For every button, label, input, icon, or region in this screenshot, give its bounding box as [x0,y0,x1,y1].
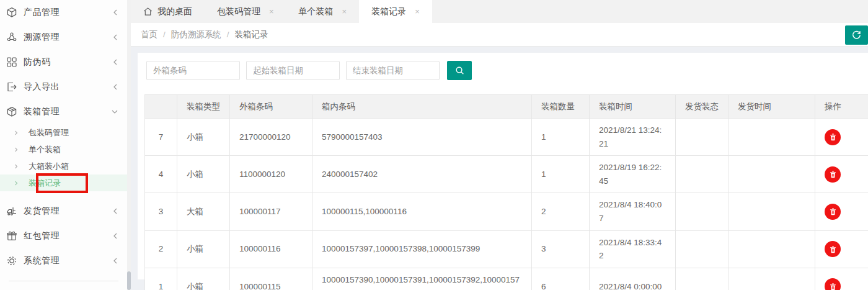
sidebar-subitem-package-code-mgmt[interactable]: 包装码管理 [0,124,127,141]
inner-barcodes: 10000157390,10000157391,10000157392,1000… [312,268,532,290]
packing-time: 2021/8/4 18:33:42 [590,230,676,268]
sidebar-subitem-single-packing[interactable]: 单个装箱 [0,141,127,158]
import-export-icon [6,81,17,93]
table-row: 2 小箱 100000116 10000157397,10000157398,1… [145,230,868,268]
outer-barcode-input[interactable] [146,61,240,80]
delete-button[interactable] [825,241,841,257]
trash-icon [829,133,837,141]
column-header-packing-time: 装箱时间 [590,95,676,119]
ship-status [676,268,728,290]
home-icon [143,7,153,16]
close-icon[interactable]: × [415,7,420,16]
box-type: 小箱 [177,119,230,156]
actions-cell [815,156,868,193]
column-header-ship-time: 发货时间 [728,95,815,119]
main-region: 我的桌面 包装码管理 × 单个装箱 × 装箱记录 × 首页 / 防伪溯源系统 /… [131,0,868,290]
chevron-left-icon [112,58,118,66]
actions-cell [815,268,868,290]
trash-icon [829,245,837,253]
packing-records-card: 装箱类型 外箱条码 箱内条码 装箱数量 装箱时间 发货装态 发货时间 操作 7 … [138,53,868,279]
sidebar-item-shipping-mgmt[interactable]: 发货管理 [0,199,127,224]
trace-source-icon [6,32,17,43]
row-index: 3 [145,193,177,230]
sidebar-subitem-big-box-packing[interactable]: 大箱装小箱 [0,158,127,174]
sidebar-scrollbar[interactable] [127,0,131,290]
trash-icon [829,170,837,178]
box-type: 小箱 [177,268,230,290]
column-header-actions: 操作 [815,95,868,119]
gift-icon [6,230,17,242]
sidebar-item-system-mgmt[interactable]: 系统管理 [0,248,127,273]
sidebar-divider [9,281,118,281]
ship-time [728,230,815,268]
box-count: 1 [532,156,590,193]
breadcrumb-bar: 首页 / 防伪溯源系统 / 装箱记录 [131,23,868,47]
arrow-right-icon [14,130,19,136]
packing-time: 2021/8/21 13:24:21 [590,119,676,156]
product-box-icon [6,7,17,18]
tab-bar: 我的桌面 包装码管理 × 单个装箱 × 装箱记录 × [131,0,868,23]
packing-time: 2021/8/4 18:40:07 [590,193,676,230]
chevron-left-icon [112,232,118,240]
trash-icon [829,207,837,215]
breadcrumb-home[interactable]: 首页 [141,29,157,40]
packing-time: 2021/8/19 16:22:45 [590,156,676,193]
column-header-inner-barcodes: 箱内条码 [312,95,532,119]
refresh-button[interactable] [845,25,868,45]
chevron-left-icon [112,34,118,41]
search-button[interactable] [447,61,472,80]
ship-status [676,156,728,193]
tab-single-packing[interactable]: 单个装箱 × [286,0,360,23]
box-type: 小箱 [177,156,230,193]
tab-my-desktop[interactable]: 我的桌面 [131,0,205,23]
delete-button[interactable] [825,204,841,220]
tab-package-code-mgmt[interactable]: 包装码管理 × [205,0,286,23]
filter-row [138,53,868,80]
packing-records-table: 装箱类型 外箱条码 箱内条码 装箱数量 装箱时间 发货装态 发货时间 操作 7 … [144,94,868,290]
gear-icon [6,255,17,266]
chevron-left-icon [112,257,118,265]
sidebar-item-partial[interactable] [0,284,127,290]
ship-time [728,156,815,193]
box-type: 小箱 [177,230,230,268]
close-icon[interactable]: × [269,7,274,16]
inner-barcodes: 100000115,100000116 [312,193,532,230]
box-count: 3 [532,230,590,268]
sidebar-item-product-mgmt[interactable]: 产品管理 [0,0,127,25]
sidebar-item-import-export[interactable]: 导入导出 [0,75,127,99]
sidebar-item-trace-mgmt[interactable]: 溯源管理 [0,25,127,50]
delete-button[interactable] [825,278,841,290]
close-icon[interactable]: × [342,7,347,16]
inner-barcodes: 5790000157403 [312,119,532,156]
ship-time [728,119,815,156]
sidebar-item-anticounterfeit-code[interactable]: 防伪码 [0,50,127,75]
packing-box-icon [6,106,17,117]
column-header-box-count: 装箱数量 [532,95,590,119]
sidebar-item-packing-mgmt[interactable]: 装箱管理 [0,99,127,124]
chevron-down-icon [111,109,118,115]
row-index: 7 [145,119,177,156]
end-date-input[interactable] [346,61,440,80]
ship-time [728,268,815,290]
delete-button[interactable] [825,129,841,145]
column-header-ship-status: 发货装态 [676,95,728,119]
box-type: 大箱 [177,193,230,230]
row-index: 2 [145,230,177,268]
breadcrumb-current: 装箱记录 [235,29,268,40]
outer-barcode: 1100000120 [230,156,312,193]
packing-time: 2021/8/4 0:00:00 [590,268,676,290]
tab-packing-records[interactable]: 装箱记录 × [359,0,432,23]
sidebar: 产品管理 溯源管理 防伪码 导入导出 装 [0,0,127,290]
forklift-icon [6,206,17,217]
start-date-input[interactable] [246,61,340,80]
delete-button[interactable] [825,166,841,183]
sidebar-item-redpacket-mgmt[interactable]: 红包管理 [0,224,127,248]
sidebar-subitem-packing-records[interactable]: 装箱记录 [0,174,127,191]
ship-status [676,230,728,268]
ship-status [676,119,728,156]
chevron-left-icon [112,83,118,91]
chevron-left-icon [112,207,118,215]
column-header-outer-barcode: 外箱条码 [230,95,312,119]
scrollbar-thumb[interactable] [127,271,131,290]
breadcrumb-system[interactable]: 防伪溯源系统 [171,29,221,40]
